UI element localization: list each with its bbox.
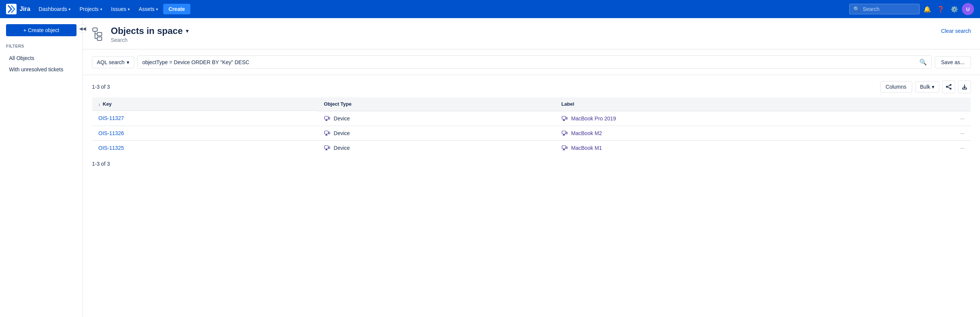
svg-rect-29	[566, 132, 567, 134]
notifications-icon[interactable]: 🔔	[921, 3, 933, 15]
results-count-top: 1-3 of 3	[92, 84, 880, 90]
clear-search-button[interactable]: Clear search	[941, 26, 971, 36]
filter-unresolved-tickets[interactable]: With unresolved tickets	[6, 64, 76, 75]
svg-point-9	[947, 86, 948, 88]
svg-rect-17	[329, 117, 330, 119]
aql-search-input-wrap: 🔍	[137, 56, 931, 69]
export-button[interactable]	[958, 80, 971, 93]
col-header-label[interactable]: Label	[555, 98, 954, 111]
svg-rect-25	[329, 132, 330, 134]
svg-rect-33	[329, 147, 330, 149]
col-header-actions	[954, 98, 970, 111]
key-link-OIS-11326[interactable]: OIS-11326	[99, 130, 124, 136]
svg-rect-30	[325, 146, 328, 149]
search-bar-area: AQL search ▾ 🔍 Save as...	[83, 50, 980, 75]
nav-projects[interactable]: Projects ▾	[76, 4, 106, 14]
avatar[interactable]: U	[962, 3, 974, 15]
cell-key: OIS-11326	[92, 126, 318, 140]
key-link-OIS-11327[interactable]: OIS-11327	[99, 115, 124, 121]
label-link-1[interactable]: MacBook M2	[571, 130, 602, 136]
cell-label: MacBook Pro 2019	[555, 111, 954, 126]
bulk-button[interactable]: Bulk ▾	[915, 81, 939, 93]
results-area: 1-3 of 3 Columns Bulk ▾	[83, 75, 980, 176]
aql-query-input[interactable]	[142, 59, 916, 65]
save-as-button[interactable]: Save as...	[935, 56, 971, 68]
aql-dropdown[interactable]: AQL search ▾	[92, 56, 134, 68]
share-button[interactable]	[942, 80, 955, 93]
svg-line-12	[947, 87, 950, 88]
svg-rect-1	[93, 28, 97, 31]
cell-type: Device	[318, 140, 555, 155]
svg-rect-3	[97, 37, 102, 40]
create-object-button[interactable]: + Create object	[6, 24, 76, 36]
row-actions-menu[interactable]: ···	[954, 140, 970, 155]
label-link-0[interactable]: MacBook Pro 2019	[571, 115, 616, 122]
svg-rect-31	[326, 149, 327, 150]
type-label: Device	[334, 130, 350, 136]
columns-button[interactable]: Columns	[880, 81, 912, 93]
svg-rect-21	[566, 117, 567, 119]
global-search[interactable]: 🔍	[849, 4, 920, 14]
toolbar-buttons: Columns Bulk ▾	[880, 80, 971, 93]
page-header: Objects in space ▾ Search Clear search	[83, 18, 980, 50]
title-chevron-icon[interactable]: ▾	[186, 28, 188, 34]
svg-rect-2	[97, 32, 102, 36]
svg-rect-32	[325, 150, 328, 150]
col-header-key[interactable]: ↓ Key	[92, 98, 318, 111]
label-device-icon	[561, 130, 568, 137]
create-button[interactable]: Create	[163, 4, 190, 14]
cell-type: Device	[318, 126, 555, 140]
page-title: Objects in space ▾	[111, 26, 188, 36]
chevron-down-icon: ▾	[68, 7, 70, 11]
col-header-object-type[interactable]: Object Type	[318, 98, 555, 111]
table-row: OIS-11325 Device MacBook M1	[92, 140, 971, 155]
help-icon[interactable]: ❓	[935, 3, 947, 15]
svg-rect-19	[563, 120, 565, 120]
table-row: OIS-11327 Device MacBook Pro 2019	[92, 111, 971, 126]
svg-rect-35	[563, 149, 565, 150]
objects-table: ↓ Key Object Type Label OIS-11327	[92, 97, 971, 155]
svg-rect-18	[562, 116, 566, 119]
results-toolbar: 1-3 of 3 Columns Bulk ▾	[92, 75, 971, 97]
row-actions-menu[interactable]: ···	[954, 126, 970, 140]
device-type-icon	[324, 144, 331, 151]
svg-rect-20	[563, 120, 565, 121]
cell-key: OIS-11327	[92, 111, 318, 126]
svg-rect-14	[325, 116, 328, 119]
results-count-bottom: 1-3 of 3	[92, 155, 971, 167]
svg-point-8	[950, 85, 951, 86]
nav-issues[interactable]: Issues ▾	[107, 4, 134, 14]
settings-icon[interactable]: ⚙️	[948, 3, 960, 15]
chevron-down-icon: ▾	[100, 7, 102, 11]
filters-label: FILTERS	[6, 44, 76, 48]
table-row: OIS-11326 Device MacBook M2	[92, 126, 971, 140]
device-type-icon	[324, 115, 331, 122]
svg-rect-36	[563, 150, 565, 150]
label-device-icon	[561, 115, 568, 122]
svg-rect-22	[325, 131, 328, 134]
bulk-chevron-icon: ▾	[932, 84, 934, 90]
nav-dashboards[interactable]: Dashboards ▾	[35, 4, 74, 14]
label-link-2[interactable]: MacBook M1	[571, 145, 602, 151]
cell-label: MacBook M2	[555, 126, 954, 140]
key-link-OIS-11325[interactable]: OIS-11325	[99, 145, 124, 151]
dropdown-chevron-icon: ▾	[127, 59, 129, 65]
main-content: Objects in space ▾ Search Clear search A…	[83, 18, 980, 317]
logo-text: Jira	[20, 6, 30, 13]
search-input[interactable]	[863, 6, 916, 12]
filter-all-objects[interactable]: All Objects	[6, 53, 76, 63]
chevron-down-icon: ▾	[156, 7, 158, 11]
aql-search-icon[interactable]: 🔍	[919, 59, 927, 66]
collapse-sidebar-button[interactable]: ◀◀	[78, 24, 87, 33]
label-device-icon	[561, 144, 568, 151]
sidebar: + Create object ◀◀ FILTERS All Objects W…	[0, 18, 83, 317]
row-actions-menu[interactable]: ···	[954, 111, 970, 126]
svg-rect-15	[326, 120, 327, 120]
device-type-icon	[324, 130, 331, 137]
jira-logo[interactable]: Jira	[6, 4, 30, 14]
svg-line-11	[947, 85, 950, 86]
svg-rect-37	[566, 147, 567, 149]
objects-hierarchy-icon	[92, 27, 105, 42]
nav-assets[interactable]: Assets ▾	[135, 4, 162, 14]
chevron-down-icon: ▾	[128, 7, 130, 11]
